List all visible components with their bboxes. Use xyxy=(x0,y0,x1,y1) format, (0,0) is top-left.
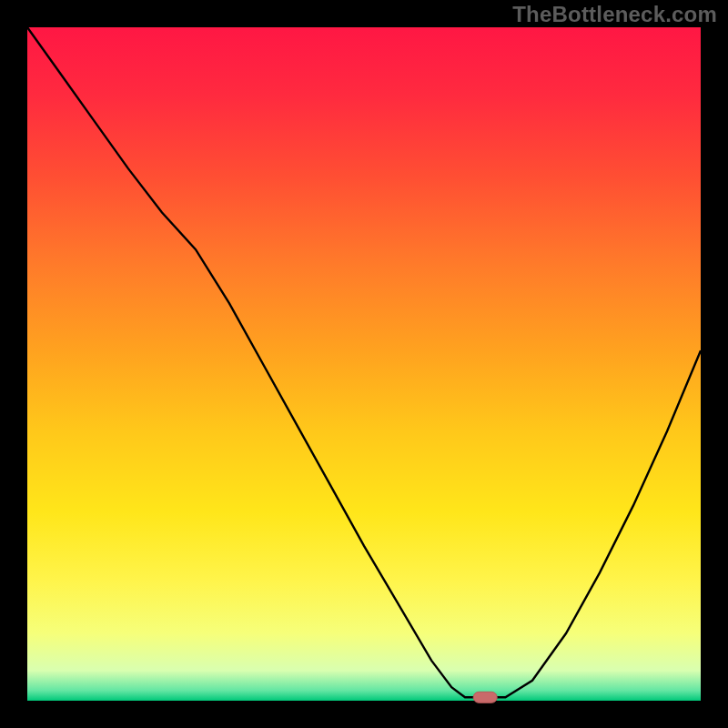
optimal-marker xyxy=(473,692,497,703)
watermark-text: TheBottleneck.com xyxy=(512,2,717,27)
plot-background xyxy=(27,27,701,701)
bottleneck-chart xyxy=(0,0,728,728)
